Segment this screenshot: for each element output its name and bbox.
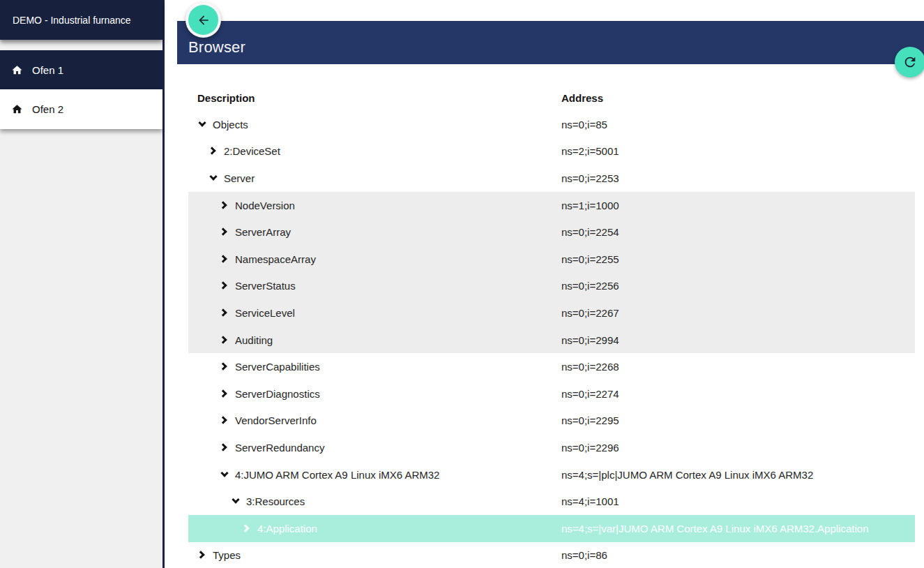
row-address: ns=0;i=2296: [561, 442, 619, 454]
row-address: ns=0;i=2254: [561, 226, 619, 238]
row-label: NodeVersion: [235, 200, 295, 211]
table-row[interactable]: ServerRedundancy ns=0;i=2296: [188, 434, 915, 461]
chevron-right-icon[interactable]: [220, 254, 230, 264]
row-label: NamespaceArray: [235, 253, 316, 265]
row-label: VendorServerInfo: [235, 414, 317, 426]
sidebar-title: DEMO - Industrial furnance: [0, 0, 162, 40]
refresh-button[interactable]: [895, 47, 924, 77]
row-address: ns=0;i=2268: [561, 361, 619, 373]
row-address: ns=0;i=85: [561, 119, 607, 130]
table-row[interactable]: Server ns=0;i=2253: [188, 165, 915, 192]
row-address: ns=0;i=2253: [561, 172, 619, 184]
chevron-right-icon[interactable]: [220, 227, 230, 237]
refresh-icon: [902, 54, 918, 70]
table-row-selected[interactable]: 4:Application ns=4;s=|var|JUMO ARM Corte…: [188, 515, 915, 542]
table-row[interactable]: Types ns=0;i=86: [188, 542, 915, 568]
row-label: ServerStatus: [235, 280, 296, 292]
table-row[interactable]: ServerCapabilities ns=0;i=2268: [188, 353, 915, 380]
row-label: Types: [213, 549, 241, 561]
row-address: ns=0;i=86: [561, 549, 607, 561]
chevron-right-icon[interactable]: [197, 550, 208, 560]
table-row[interactable]: 2:DeviceSet ns=2;i=5001: [188, 138, 915, 165]
chevron-right-icon[interactable]: [242, 523, 252, 534]
chevron-right-icon[interactable]: [220, 442, 230, 453]
row-label: Objects: [213, 119, 248, 130]
chevron-right-icon[interactable]: [209, 146, 219, 156]
row-label: 4:Application: [257, 523, 317, 535]
row-label: 2:DeviceSet: [224, 145, 280, 157]
chevron-down-icon[interactable]: [197, 119, 208, 130]
sidebar: DEMO - Industrial furnance Ofen 1 Ofen 2: [0, 0, 162, 568]
table-row[interactable]: VendorServerInfo ns=0;i=2295: [188, 408, 915, 435]
row-address: ns=4;s=|plc|JUMO ARM Cortex A9 Linux iMX…: [561, 469, 813, 481]
column-header-description: Description: [188, 92, 255, 104]
chevron-down-icon[interactable]: [220, 470, 230, 480]
page-title: Browser: [188, 38, 245, 57]
table-header-row: Description Address: [188, 85, 915, 111]
table-row[interactable]: Auditing ns=0;i=2994: [188, 327, 915, 354]
table-row[interactable]: NamespaceArray ns=0;i=2255: [188, 246, 915, 273]
row-label: Server: [224, 172, 255, 184]
chevron-right-icon[interactable]: [220, 415, 230, 426]
sidebar-title-label: DEMO - Industrial furnance: [13, 15, 131, 26]
table-row[interactable]: Objects ns=0;i=85: [188, 111, 915, 138]
sidebar-item-label: Ofen 1: [32, 64, 63, 76]
table-row[interactable]: 4:JUMO ARM Cortex A9 Linux iMX6 ARM32 ns…: [188, 461, 915, 488]
chevron-down-icon[interactable]: [231, 496, 241, 507]
chevron-right-icon[interactable]: [220, 308, 230, 318]
browser-tree-table: Description Address Objects ns=0;i=85 2:…: [188, 85, 915, 568]
row-address: ns=4;s=|var|JUMO ARM Cortex A9 Linux iMX…: [561, 523, 868, 535]
chevron-right-icon[interactable]: [220, 389, 230, 399]
home-icon: [11, 64, 23, 76]
chevron-down-icon[interactable]: [209, 173, 219, 184]
row-address: ns=2;i=5001: [561, 145, 619, 157]
table-row[interactable]: NodeVersion ns=1;i=1000: [188, 192, 915, 219]
row-address: ns=4;i=1001: [561, 495, 619, 507]
row-address: ns=1;i=1000: [561, 200, 619, 211]
row-address: ns=0;i=2267: [561, 307, 619, 319]
page-header: Browser: [177, 21, 924, 64]
sidebar-item-ofen-2[interactable]: Ofen 2: [0, 89, 162, 129]
table-row[interactable]: ServerDiagnostics ns=0;i=2274: [188, 380, 915, 408]
sidebar-divider: [162, 0, 165, 568]
sidebar-item-label: Ofen 2: [32, 103, 63, 115]
sidebar-item-ofen-1[interactable]: Ofen 1: [0, 50, 162, 89]
table-row[interactable]: ServerArray ns=0;i=2254: [188, 218, 915, 246]
row-address: ns=0;i=2274: [561, 388, 619, 400]
home-icon: [11, 103, 23, 115]
row-address: ns=0;i=2256: [561, 280, 619, 292]
row-label: ServerCapabilities: [235, 361, 320, 373]
row-label: ServerArray: [235, 226, 291, 238]
row-label: 4:JUMO ARM Cortex A9 Linux iMX6 ARM32: [235, 469, 439, 481]
row-address: ns=0;i=2255: [561, 253, 619, 265]
row-label: ServerDiagnostics: [235, 388, 320, 400]
chevron-right-icon[interactable]: [220, 281, 230, 291]
row-address: ns=0;i=2994: [561, 334, 619, 346]
row-label: ServiceLevel: [235, 307, 295, 319]
chevron-right-icon[interactable]: [220, 335, 230, 345]
column-header-address: Address: [561, 92, 603, 104]
table-row[interactable]: ServerStatus ns=0;i=2256: [188, 273, 915, 300]
row-label: ServerRedundancy: [235, 442, 324, 454]
row-label: 3:Resources: [246, 495, 305, 507]
chevron-right-icon[interactable]: [220, 200, 230, 211]
row-address: ns=0;i=2295: [561, 414, 619, 426]
back-button[interactable]: [185, 2, 221, 38]
table-row[interactable]: ServiceLevel ns=0;i=2267: [188, 299, 915, 327]
row-label: Auditing: [235, 334, 273, 346]
arrow-left-icon: [188, 5, 218, 35]
table-row[interactable]: 3:Resources ns=4;i=1001: [188, 488, 915, 515]
chevron-right-icon[interactable]: [220, 361, 230, 372]
